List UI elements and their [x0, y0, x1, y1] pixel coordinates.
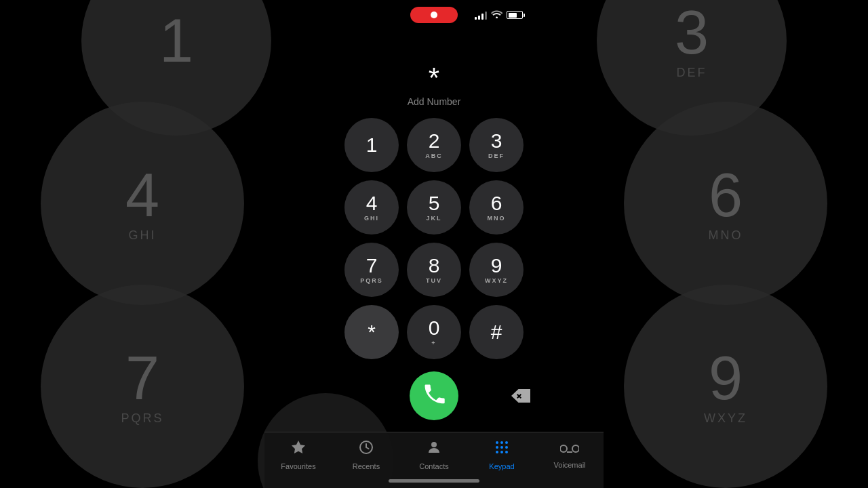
recording-dot — [431, 12, 437, 18]
key-hash[interactable]: # — [469, 305, 524, 359]
star-icon — [290, 439, 307, 460]
tab-contacts-label: Contacts — [419, 462, 448, 470]
phone-icon — [423, 383, 445, 409]
bg-key-9: 9 WXYZ — [624, 285, 827, 488]
svg-point-7 — [505, 446, 508, 449]
svg-point-1 — [431, 442, 437, 447]
battery-fill — [509, 13, 517, 18]
tab-voicemail[interactable]: Voicemail — [546, 439, 593, 469]
battery — [507, 11, 525, 19]
key-star[interactable]: * — [344, 305, 399, 359]
key-5[interactable]: 5 JKL — [407, 180, 461, 235]
display-hint: Add Number — [408, 96, 461, 107]
svg-point-9 — [500, 451, 503, 453]
svg-point-2 — [496, 441, 498, 444]
keypad-container: * Add Number 1 2 ABC 3 DEF 4 GHI 5 JKL 6… — [332, 0, 536, 488]
recording-pill — [410, 7, 458, 23]
home-indicator — [389, 479, 479, 483]
display-symbol: * — [429, 64, 439, 92]
tab-recents-label: Recents — [353, 462, 380, 470]
action-row — [332, 371, 536, 420]
key-6[interactable]: 6 MNO — [469, 180, 524, 235]
wifi-icon — [491, 9, 502, 20]
bg-key-7: 7 PQRS — [41, 285, 244, 488]
delete-button[interactable] — [506, 381, 536, 411]
svg-point-5 — [496, 446, 498, 449]
battery-tip — [524, 14, 525, 17]
tab-favourites[interactable]: Favourites — [275, 439, 322, 470]
svg-point-8 — [496, 451, 498, 453]
clock-icon — [358, 439, 374, 460]
tab-contacts[interactable]: Contacts — [410, 439, 458, 470]
key-4[interactable]: 4 GHI — [344, 180, 399, 235]
svg-point-11 — [560, 445, 567, 452]
svg-point-6 — [500, 446, 503, 449]
svg-point-12 — [572, 445, 579, 452]
call-button[interactable] — [410, 371, 458, 420]
battery-body — [507, 11, 523, 19]
signal-bar-4 — [485, 12, 487, 20]
person-icon — [426, 439, 442, 460]
tab-favourites-label: Favourites — [281, 462, 315, 470]
keypad-grid: 1 2 ABC 3 DEF 4 GHI 5 JKL 6 MNO 7 PQRS 8… — [344, 118, 524, 359]
display-area: * Add Number — [408, 64, 461, 107]
status-icons — [475, 9, 525, 20]
key-8[interactable]: 8 TUV — [407, 243, 461, 297]
svg-point-4 — [505, 441, 508, 444]
signal-bar-3 — [481, 14, 484, 20]
key-7[interactable]: 7 PQRS — [344, 243, 399, 297]
signal-bar-1 — [475, 17, 477, 20]
keypad-icon — [494, 439, 510, 460]
key-9[interactable]: 9 WXYZ — [469, 243, 524, 297]
svg-point-10 — [505, 451, 508, 453]
voicemail-icon — [560, 439, 579, 458]
key-3[interactable]: 3 DEF — [469, 118, 524, 172]
tab-recents[interactable]: Recents — [342, 439, 390, 470]
signal-bars — [475, 10, 487, 20]
tab-voicemail-label: Voicemail — [553, 461, 585, 469]
tab-keypad-label: Keypad — [489, 462, 514, 470]
key-1[interactable]: 1 — [344, 118, 399, 172]
signal-bar-2 — [478, 16, 480, 20]
bg-key-6: 6 MNO — [624, 102, 827, 305]
bg-key-4: 4 GHI — [41, 102, 244, 305]
svg-point-3 — [500, 441, 503, 444]
key-0[interactable]: 0 + — [407, 305, 461, 359]
key-2[interactable]: 2 ABC — [407, 118, 461, 172]
status-bar — [332, 0, 536, 30]
tab-keypad[interactable]: Keypad — [478, 439, 526, 470]
